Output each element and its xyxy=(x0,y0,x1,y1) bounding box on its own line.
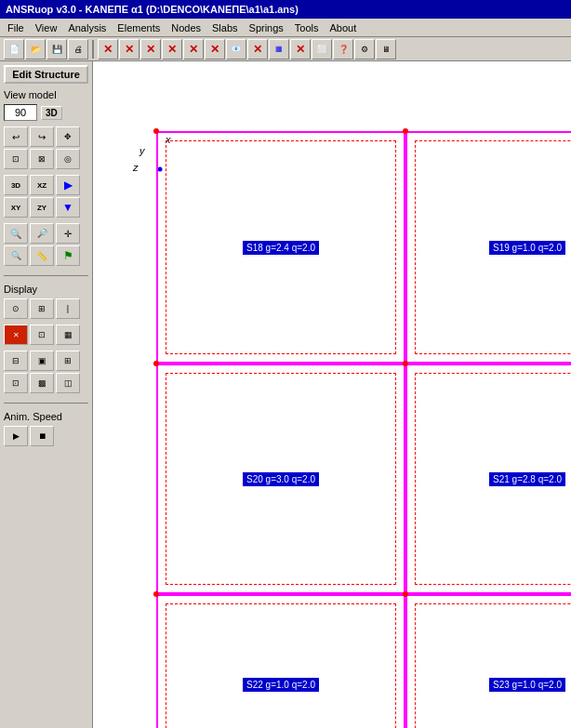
icon-xy-view[interactable]: XY xyxy=(4,197,28,218)
menu-nodes[interactable]: Nodes xyxy=(166,20,206,35)
icon-measure[interactable]: 📏 xyxy=(30,245,54,266)
slab-s19-label: S19 g=1.0 q=2.0 xyxy=(489,241,565,255)
icon-flag[interactable]: ⚑ xyxy=(56,245,80,266)
menu-springs[interactable]: Springs xyxy=(244,20,289,35)
display-label: Display xyxy=(4,284,88,295)
toolbar-btn-x9[interactable]: ▦ xyxy=(269,39,289,60)
grid-dot-tl xyxy=(153,128,159,134)
icon-zoom-all[interactable]: 🔍 xyxy=(4,245,28,266)
left-panel: Edit Structure View model 3D ↩ ↪ ✥ ⊡ ⊠ ◎… xyxy=(0,61,93,728)
title-bar: ANSRuop v3.0 - ΚΑΝΕΠΕ α1 (D:\DENCO\ΚΑΝΕΠ… xyxy=(0,0,571,19)
view-model-label: View model xyxy=(4,89,88,100)
slab-s23[interactable]: S23 g=1.0 q=2.0 xyxy=(405,594,571,728)
toolbar-btn-x11[interactable]: ⬜ xyxy=(312,39,332,60)
icon-3d-view[interactable]: 3D xyxy=(4,175,28,195)
toolbar-open[interactable]: 📂 xyxy=(25,39,46,60)
display-btn-8[interactable]: ▣ xyxy=(30,351,54,371)
display-btn-1[interactable]: ⊙ xyxy=(4,298,28,319)
menu-about[interactable]: About xyxy=(325,20,363,35)
icon-arrow-down[interactable]: ▼ xyxy=(56,197,80,218)
display-btn-2[interactable]: ⊞ xyxy=(30,298,54,319)
icon-zy-view[interactable]: ZY xyxy=(30,197,54,218)
btn-3d[interactable]: 3D xyxy=(41,106,62,120)
slab-s20-inner: S20 g=3.0 q=2.0 xyxy=(166,373,396,585)
grid-dot-tm xyxy=(403,128,408,134)
toolbar-new[interactable]: 📄 xyxy=(4,39,24,60)
view-controls: 3D xyxy=(4,104,88,121)
toolbar-btn-x8[interactable]: ✕ xyxy=(247,39,268,60)
display-btn-6[interactable]: ▦ xyxy=(56,324,80,345)
slab-s22[interactable]: S22 g=1.0 q=2.0 xyxy=(156,594,405,728)
icon-zoom-window[interactable]: ⊡ xyxy=(4,149,28,169)
icon-rotate-right[interactable]: ↪ xyxy=(30,126,54,147)
toolbar-btn-x14[interactable]: 🖥 xyxy=(376,39,396,60)
icon-pan[interactable]: ✥ xyxy=(56,126,80,147)
display-btn-11[interactable]: ▩ xyxy=(30,373,54,393)
display-btn-10[interactable]: ⊡ xyxy=(4,373,28,393)
icon-grid-2: 3D XZ ▶ XY ZY ▼ xyxy=(4,175,88,218)
anim-stop[interactable]: ⏹ xyxy=(30,426,54,446)
toolbar-btn-x2[interactable]: ✕ xyxy=(119,39,139,60)
menu-file[interactable]: File xyxy=(2,20,30,35)
icon-arrow-right[interactable]: ▶ xyxy=(56,175,80,195)
toolbar-group-2: ✕ ✕ ✕ ✕ ✕ ✕ 📧 ✕ ▦ ✕ ⬜ ❓ ⚙ 🖥 xyxy=(98,39,396,60)
toolbar-btn-x6[interactable]: ✕ xyxy=(205,39,225,60)
display-btn-4[interactable]: ✕ xyxy=(4,324,28,345)
anim-speed-label: Anim. Speed xyxy=(4,411,88,422)
display-btn-9[interactable]: ⊞ xyxy=(56,351,80,371)
menu-slabs[interactable]: Slabs xyxy=(206,20,244,35)
slab-s18[interactable]: S18 g=2.4 q=2.0 xyxy=(156,131,405,364)
angle-input[interactable] xyxy=(4,104,37,121)
toolbar-btn-x3[interactable]: ✕ xyxy=(140,39,161,60)
edit-structure-button[interactable]: Edit Structure xyxy=(4,65,88,84)
toolbar-btn-x1[interactable]: ✕ xyxy=(98,39,118,60)
toolbar-btn-x4[interactable]: ✕ xyxy=(162,39,182,60)
toolbar: 📄 📂 💾 🖨 ✕ ✕ ✕ ✕ ✕ ✕ 📧 ✕ ▦ ✕ ⬜ ❓ ⚙ 🖥 xyxy=(0,37,571,61)
icon-grid-3: 🔍 🔎 ✛ 🔍 📏 ⚑ xyxy=(4,223,88,266)
slab-s18-inner: S18 g=2.4 q=2.0 xyxy=(166,140,396,354)
toolbar-btn-x7[interactable]: 📧 xyxy=(226,39,246,60)
toolbar-save[interactable]: 💾 xyxy=(46,39,67,60)
icon-zoom-fit[interactable]: ⊠ xyxy=(30,149,54,169)
toolbar-print[interactable]: 🖨 xyxy=(68,39,88,60)
slab-s23-label: S23 g=1.0 q=2.0 xyxy=(489,678,565,692)
icon-zoom-out[interactable]: 🔎 xyxy=(30,223,54,244)
icon-orbit[interactable]: ◎ xyxy=(56,149,80,169)
slab-s21-label: S21 g=2.8 q=2.0 xyxy=(489,472,565,486)
display-btn-5[interactable]: ⊡ xyxy=(30,324,54,345)
toolbar-btn-x5[interactable]: ✕ xyxy=(183,39,204,60)
menu-elements[interactable]: Elements xyxy=(112,20,166,35)
slab-s23-inner: S23 g=1.0 q=2.0 xyxy=(415,603,571,728)
anim-play[interactable]: ▶ xyxy=(4,426,28,446)
display-btn-12[interactable]: ◫ xyxy=(56,373,80,393)
slab-s21[interactable]: S21 g=2.8 q=2.0 xyxy=(405,364,571,594)
slab-s20[interactable]: S20 g=3.0 q=2.0 xyxy=(156,364,405,594)
anim-section: Anim. Speed ▶ ⏹ xyxy=(4,411,88,452)
grid-dot-ml xyxy=(153,361,159,366)
divider-2 xyxy=(4,403,88,404)
z-axis-label: z xyxy=(133,162,139,173)
toolbar-btn-x10[interactable]: ✕ xyxy=(290,39,311,60)
icon-move[interactable]: ✛ xyxy=(56,223,80,244)
canvas-area: y x z S18 g=2.4 q=2.0 S19 g=1.0 q=2.0 S2… xyxy=(93,61,571,728)
toolbar-btn-x12[interactable]: ❓ xyxy=(333,39,353,60)
menu-tools[interactable]: Tools xyxy=(289,20,325,35)
display-grid-2: ✕ ⊡ ▦ xyxy=(4,324,88,345)
sep-1 xyxy=(92,40,94,59)
slab-s18-label: S18 g=2.4 q=2.0 xyxy=(243,241,319,255)
menu-analysis[interactable]: Analysis xyxy=(62,20,112,35)
title-text: ANSRuop v3.0 - ΚΑΝΕΠΕ α1 (D:\DENCO\ΚΑΝΕΠ… xyxy=(6,4,299,15)
display-btn-7[interactable]: ⊟ xyxy=(4,351,28,371)
slab-s19-inner: S19 g=1.0 q=2.0 xyxy=(415,140,571,354)
menu-view[interactable]: View xyxy=(30,20,63,35)
icon-rotate-left[interactable]: ↩ xyxy=(4,126,28,147)
icon-zoom-in[interactable]: 🔍 xyxy=(4,223,28,244)
icon-xz-view[interactable]: XZ xyxy=(30,175,54,195)
menu-bar: File View Analysis Elements Nodes Slabs … xyxy=(0,19,571,37)
divider-1 xyxy=(4,275,88,276)
y-axis-label: y xyxy=(139,145,145,156)
display-btn-3[interactable]: | xyxy=(56,298,80,319)
toolbar-btn-x13[interactable]: ⚙ xyxy=(354,39,375,60)
anim-grid: ▶ ⏹ xyxy=(4,426,88,446)
slab-s19[interactable]: S19 g=1.0 q=2.0 xyxy=(405,131,571,364)
